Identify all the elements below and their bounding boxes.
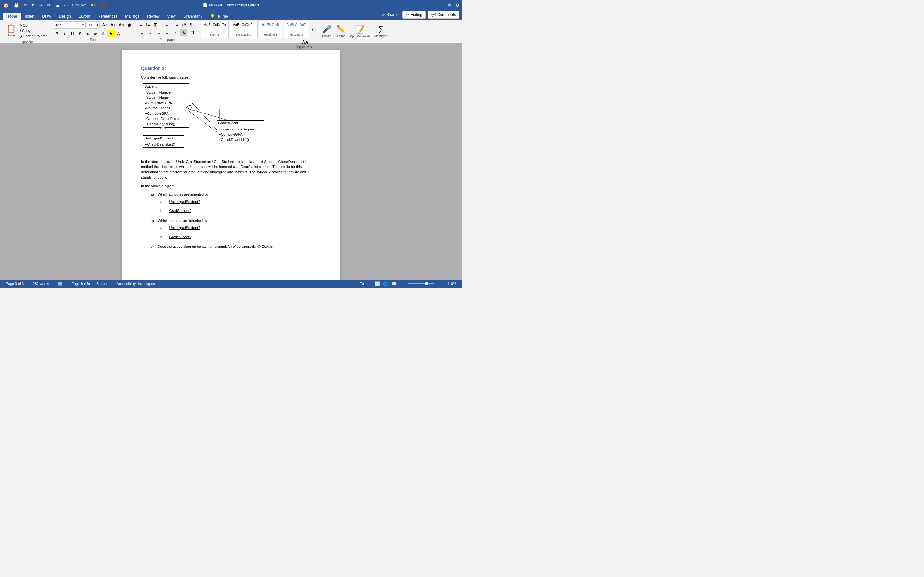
uml-description: In the above diagram, UnderGradStudent a…	[141, 159, 321, 180]
question-c: c) Does the above diagram contain an exa…	[151, 244, 321, 250]
grammarly-button[interactable]: 📝 Open Grammarly	[349, 22, 372, 40]
zoom-minus[interactable]: −	[400, 282, 406, 286]
line-spacing-button[interactable]: ↕	[172, 29, 179, 36]
show-paragraph-button[interactable]: ¶	[189, 22, 194, 27]
style-no-spacing[interactable]: AaBbCcDdEe No Spacing	[230, 21, 258, 38]
mathtype-button[interactable]: ∑ MathType	[373, 22, 389, 40]
qb-a: a. UndergradStudent?	[160, 225, 321, 230]
zoom-level[interactable]: 110%	[445, 282, 458, 286]
tab-view[interactable]: View	[164, 13, 180, 20]
spell-check-icon[interactable]: 🔤	[56, 282, 65, 286]
dictate-button[interactable]: 🎤 Dictate	[320, 22, 334, 40]
numbering-button[interactable]: 1≡	[144, 22, 152, 27]
autosave-toggle[interactable]	[99, 3, 108, 7]
tab-review[interactable]: Review	[143, 13, 163, 20]
clear-format-button[interactable]: 🗑	[126, 21, 133, 29]
increase-indent-button[interactable]: →≡	[170, 22, 179, 27]
tab-mailings[interactable]: Mailings	[121, 13, 143, 20]
zoom-slider[interactable]	[409, 283, 434, 284]
read-mode-btn[interactable]: 📖	[391, 282, 397, 286]
focus-button[interactable]: Focus	[358, 282, 371, 286]
doc-title-dropdown[interactable]: ▾	[257, 3, 259, 7]
sort-button[interactable]: ↕A	[180, 22, 187, 27]
bold-button[interactable]: B	[53, 30, 61, 37]
autosave-label: AutoSave	[71, 3, 87, 7]
font-color-button[interactable]: A	[115, 30, 122, 37]
align-left-button[interactable]: ≡	[139, 29, 145, 36]
editor-button[interactable]: ✏️ Editor	[334, 22, 348, 40]
uml-diagram-container: Student -Student Number -Student Name -C…	[141, 83, 270, 154]
highlight-button[interactable]: A	[107, 30, 115, 37]
word-count[interactable]: 287 words	[31, 282, 51, 286]
email-icon[interactable]: ✉	[47, 3, 51, 8]
settings-icon[interactable]: ⚙	[455, 3, 459, 8]
grow-font-button[interactable]: A↑	[101, 21, 108, 29]
status-left: Page 3 of 3 287 words 🔤 English (United …	[4, 282, 157, 286]
copy-icon: ⎘	[20, 29, 22, 33]
ribbon-group-paragraph: ≡ 1≡ ⊞ ←≡ →≡ ↕A ¶ ≡ ≡ ≡ ≡ ↕ A ☐	[137, 21, 198, 42]
save-icon[interactable]: 💾	[13, 3, 19, 8]
redo-icon[interactable]: ↪	[39, 3, 42, 8]
shading-button[interactable]: A	[180, 29, 187, 36]
tab-references[interactable]: References	[94, 13, 121, 20]
italic-button[interactable]: I	[61, 30, 68, 37]
search-icon[interactable]: 🔍	[447, 3, 453, 8]
strikethrough-button[interactable]: S	[77, 30, 84, 37]
style-normal[interactable]: AaBbCcDdEe Normal	[201, 21, 229, 38]
underline-button[interactable]: U	[69, 30, 76, 37]
svg-line-0	[186, 109, 218, 133]
print-layout-btn[interactable]: ⬜	[374, 282, 381, 286]
clipboard-content: 📋 Paste ✂ Cut ⎘ Copy 🖌 Format Painter	[5, 21, 48, 40]
share-button[interactable]: ↗ Share	[378, 11, 401, 18]
change-case-button[interactable]: Aa	[118, 21, 125, 29]
text-effect-button[interactable]: A	[100, 30, 107, 37]
tab-tell-me[interactable]: 💡 Tell me	[206, 13, 232, 20]
editing-button[interactable]: ✏ Editing	[402, 11, 426, 19]
comment-icon: 💬	[431, 13, 436, 17]
align-center-button[interactable]: ≡	[147, 29, 154, 36]
question-heading: Question 2:	[141, 66, 321, 71]
style-heading2[interactable]: AaBbCcDdE Heading 2	[284, 21, 309, 38]
styles-chevron-button[interactable]: ▾	[310, 27, 315, 32]
undo-icon[interactable]: ↩	[23, 3, 27, 8]
subscript-button[interactable]: x₂	[84, 30, 91, 37]
justify-button[interactable]: ≡	[164, 29, 171, 36]
language[interactable]: English (United States)	[69, 282, 110, 286]
bullets-button[interactable]: ≡	[139, 22, 143, 27]
tab-design[interactable]: Design	[55, 13, 74, 20]
decrease-indent-button[interactable]: ←≡	[160, 22, 169, 27]
cloud-icon[interactable]: ☁	[55, 3, 60, 8]
style-heading1[interactable]: AaBbCcD Heading 1	[259, 21, 282, 38]
accessibility[interactable]: Accessibility: Investigate	[115, 282, 157, 286]
uml-member: +CheckDeansList()	[145, 142, 182, 147]
page-info[interactable]: Page 3 of 3	[4, 282, 26, 286]
tools-content: 🎤 Dictate ✏️ Editor 📝 Open Grammarly ∑ M…	[320, 21, 389, 41]
format-painter-button[interactable]: 🖌 Format Painter	[19, 34, 48, 38]
zoom-plus[interactable]: +	[437, 282, 443, 286]
qc-label: c)	[151, 245, 153, 248]
uml-undergrad-name: UndergradStudent	[143, 135, 184, 141]
superscript-button[interactable]: x²	[92, 30, 99, 37]
copy-button[interactable]: ⎘ Copy	[19, 29, 48, 33]
more-icon[interactable]: ···	[64, 3, 68, 8]
home-icon[interactable]: 🏠	[3, 3, 9, 8]
cut-button[interactable]: ✂ Cut	[19, 23, 48, 28]
comments-button[interactable]: 💬 Comments	[428, 11, 459, 19]
align-right-button[interactable]: ≡	[155, 29, 162, 36]
styles-pane-button[interactable]: Aа Styles Pane	[296, 39, 315, 50]
undo-dropdown-icon[interactable]: ▾	[32, 3, 34, 8]
tab-home[interactable]: Home	[3, 13, 21, 20]
tab-grammarly[interactable]: Grammarly	[179, 13, 206, 20]
multilevel-button[interactable]: ⊞	[153, 22, 158, 27]
web-layout-btn[interactable]: 🌐	[382, 282, 389, 286]
zoom-thumb[interactable]	[425, 282, 428, 285]
font-size-selector[interactable]: 11 ▾	[87, 21, 100, 29]
paste-button[interactable]: 📋 Paste	[5, 21, 18, 40]
shrink-font-button[interactable]: A↓	[110, 21, 116, 29]
font-label: Font	[90, 38, 97, 42]
font-family-selector[interactable]: Arial ▾	[53, 21, 86, 29]
tab-insert[interactable]: Insert	[21, 13, 38, 20]
tab-draw[interactable]: Draw	[38, 13, 55, 20]
tab-layout[interactable]: Layout	[75, 13, 94, 20]
borders-button[interactable]: ☐	[189, 29, 196, 36]
